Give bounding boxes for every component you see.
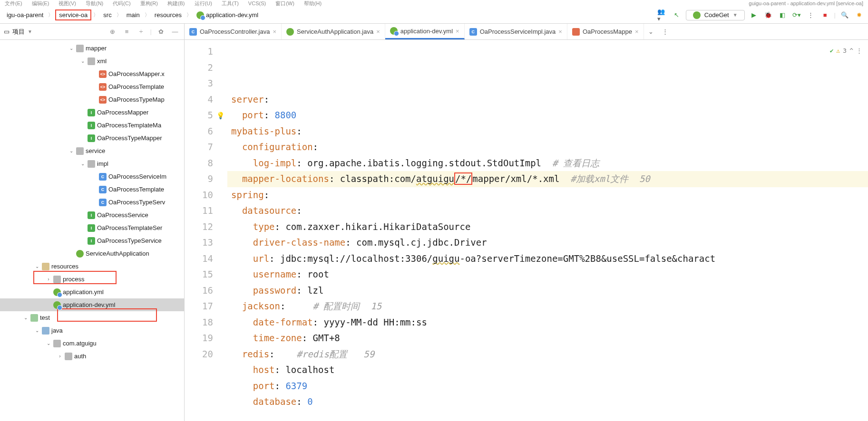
chevron-icon[interactable]: ⌄ <box>68 148 74 153</box>
code-line[interactable]: port: 8800 <box>227 107 868 124</box>
tree-item[interactable]: application-dev.yml <box>0 298 184 311</box>
editor-tab[interactable]: COaProcessController.java× <box>185 24 282 39</box>
chevron-icon[interactable]: › <box>46 277 51 282</box>
code-line[interactable]: database: 0 <box>227 394 868 410</box>
chevron-icon[interactable]: ⌄ <box>23 315 29 320</box>
hammer-icon[interactable]: ↖ <box>672 10 682 20</box>
menu-item[interactable]: 代码(C) <box>113 0 130 6</box>
tree-item[interactable]: application.yml <box>0 286 184 298</box>
code-line[interactable]: driver-class-name: com.mysql.cj.jdbc.Dri… <box>227 235 868 251</box>
tab-overflow-icon[interactable]: ⌄ <box>644 24 658 39</box>
expand-all-icon[interactable]: ≡ <box>122 27 132 37</box>
menu-item[interactable]: 工具(T) <box>222 0 239 6</box>
tree-item[interactable]: ⌄service <box>0 144 184 157</box>
hide-icon[interactable]: — <box>170 27 180 37</box>
code-line[interactable]: port: 6379 <box>227 378 868 394</box>
menu-item[interactable]: 编辑(E) <box>32 0 49 6</box>
settings-icon[interactable]: ✿ <box>156 27 166 37</box>
code-line[interactable]: host: localhost <box>227 362 868 378</box>
code-line[interactable]: configuration: <box>227 139 868 155</box>
chevron-icon[interactable]: › <box>57 354 63 359</box>
editor-tab[interactable]: ServiceAuthApplication.java× <box>282 24 385 39</box>
close-icon[interactable]: × <box>558 28 562 35</box>
editor[interactable]: ✔ ⚠ 3 ^ ⋮ server: port: 8800mybatis-plus… <box>227 40 868 421</box>
chevron-icon[interactable]: ⌄ <box>68 46 74 51</box>
more-run-icon[interactable]: ⋮ <box>806 10 816 20</box>
tree-item[interactable]: <>OaProcessTypeMap <box>0 93 184 106</box>
code-line[interactable]: password: lzl <box>227 283 868 299</box>
tree-item[interactable]: ⌄com.atguigu <box>0 337 184 350</box>
chevron-icon[interactable]: ⌄ <box>80 58 86 64</box>
editor-tab[interactable]: OaProcessMappe× <box>567 24 644 39</box>
chevron-icon[interactable]: ⌄ <box>80 161 86 166</box>
tree-item[interactable]: ›auth <box>0 350 184 363</box>
tree-item[interactable]: COaProcessTemplate <box>0 183 184 196</box>
code-line[interactable]: server: <box>227 92 868 108</box>
tree-item[interactable]: IOaProcessTemplateSer <box>0 221 184 234</box>
tree-item[interactable]: IOaProcessTypeMapper <box>0 132 184 144</box>
menu-item[interactable]: 运行(U) <box>195 0 212 6</box>
close-icon[interactable]: × <box>376 28 380 35</box>
close-icon[interactable]: × <box>273 28 276 35</box>
close-icon[interactable]: × <box>456 28 459 35</box>
menu-item[interactable]: 文件(E) <box>5 0 22 6</box>
users-icon[interactable]: 👥▾ <box>657 10 668 20</box>
tree-item[interactable]: ⌄impl <box>0 157 184 170</box>
tree-item[interactable]: IOaProcessTemplateMa <box>0 119 184 132</box>
menu-item[interactable]: VCS(S) <box>248 0 266 6</box>
run-button[interactable]: ▶ <box>749 10 759 20</box>
breadcrumb-item[interactable]: igu-oa-parent <box>4 10 46 19</box>
breadcrumb-item[interactable]: resources <box>152 10 185 19</box>
tree-item[interactable]: IOaProcessTypeService <box>0 234 184 247</box>
editor-tab[interactable]: application-dev.yml× <box>385 24 465 39</box>
collapse-all-icon[interactable]: ÷ <box>136 27 146 37</box>
code-line[interactable]: time-zone: GMT+8 <box>227 330 868 346</box>
code-line[interactable]: spring: <box>227 187 868 203</box>
coverage-button[interactable]: ◧ <box>777 10 788 20</box>
search-everywhere-button[interactable]: 🔍 <box>839 10 850 20</box>
tree-item[interactable]: <>OaProcessMapper.x <box>0 67 184 80</box>
code-line[interactable]: mybatis-plus: <box>227 124 868 140</box>
code-line[interactable]: url: jdbc:mysql://localhost:3306/guigu-o… <box>227 251 868 267</box>
chevron-icon[interactable]: ⌄ <box>46 341 51 346</box>
tree-item[interactable]: ⌄test <box>0 311 184 324</box>
code-line[interactable]: date-format: yyyy-MM-dd HH:mm:ss <box>227 315 868 331</box>
chevron-icon[interactable]: ⌄ <box>34 264 40 269</box>
tree-item[interactable]: ⌄java <box>0 324 184 337</box>
tree-item[interactable]: ⌄mapper <box>0 42 184 55</box>
tree-item[interactable]: ⌄xml <box>0 55 184 67</box>
tree-item[interactable]: <>OaProcessTemplate <box>0 80 184 93</box>
menu-item[interactable]: 窗口(W) <box>275 0 294 6</box>
menu-item[interactable]: 构建(B) <box>167 0 185 6</box>
tree-item[interactable]: ServiceAuthApplication <box>0 247 184 260</box>
menu-item[interactable]: 重构(R) <box>140 0 158 6</box>
profile-button[interactable]: ⟳▾ <box>791 10 802 20</box>
breadcrumb-item[interactable]: main <box>124 10 143 19</box>
tree-item[interactable]: IOaProcessService <box>0 209 184 221</box>
breadcrumb-item[interactable]: application-dev.yml <box>194 10 261 20</box>
editor-tab[interactable]: COaProcessServiceImpl.java× <box>465 24 567 39</box>
tree-item[interactable]: IOaProcessMapper <box>0 106 184 119</box>
select-opened-file-icon[interactable]: ⊕ <box>107 27 118 37</box>
chevron-icon[interactable]: ⌄ <box>34 328 40 333</box>
stop-button[interactable]: ■ <box>820 10 830 20</box>
close-icon[interactable]: × <box>635 28 639 35</box>
chevron-down-icon[interactable]: ▼ <box>28 29 32 34</box>
code-line[interactable]: log-impl: org.apache.ibatis.logging.stdo… <box>227 155 868 172</box>
run-config-selector[interactable]: CodeGet ▼ <box>686 10 745 20</box>
tree-item[interactable]: ›process <box>0 273 184 286</box>
menu-item[interactable]: 导航(N) <box>86 0 103 6</box>
tree-item[interactable]: COaProcessTypeServ <box>0 196 184 209</box>
code-line[interactable]: type: com.zaxxer.hikari.HikariDataSource <box>227 219 868 235</box>
code-line[interactable]: datasource: <box>227 203 868 219</box>
tree-item[interactable]: ⌄resources <box>0 260 184 273</box>
ide-settings-button[interactable]: ✸ <box>854 10 864 20</box>
tab-options-icon[interactable]: ⋮ <box>658 24 673 39</box>
breadcrumb-item[interactable]: service-oa <box>55 10 91 20</box>
menu-item[interactable]: 帮助(H) <box>304 0 322 6</box>
code-line[interactable]: username: root <box>227 267 868 283</box>
inspection-widget[interactable]: ✔ ⚠ 3 ^ ⋮ <box>830 43 862 59</box>
tree-item[interactable]: COaProcessServiceIm <box>0 170 184 183</box>
breadcrumb-item[interactable]: src <box>100 10 114 19</box>
code-line[interactable]: jackson: # 配置时间 15 <box>227 298 868 315</box>
